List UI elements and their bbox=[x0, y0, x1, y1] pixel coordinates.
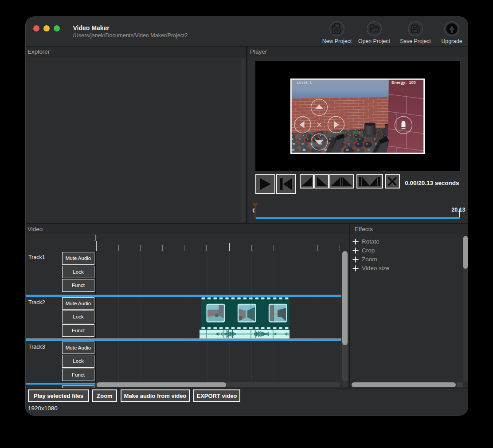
svg-text:Energy: 100: Energy: 100 bbox=[391, 80, 416, 85]
svg-text:Level: 1: Level: 1 bbox=[297, 80, 312, 85]
